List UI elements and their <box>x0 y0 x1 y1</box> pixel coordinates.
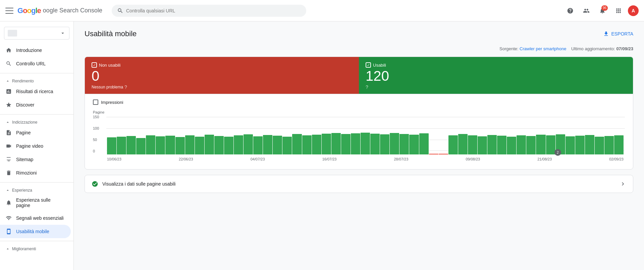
y-label: Pagine <box>93 110 104 114</box>
search-sidebar-icon <box>5 60 12 67</box>
source-label: Sorgente: <box>499 46 518 51</box>
stats-cards: Non usabili 0 Nessun problema ? Usabili … <box>85 57 633 94</box>
help-button[interactable] <box>564 4 577 17</box>
chart-container: Impressioni Pagine 150 100 50 0 <box>85 94 633 170</box>
stat-header: Non usabili <box>92 62 352 68</box>
video-icon <box>5 143 12 149</box>
collapse-icon <box>5 188 10 193</box>
logo: Google oogle Search Console <box>17 6 102 15</box>
discover-icon <box>5 102 12 108</box>
divider <box>0 182 73 183</box>
non-usabili-label: Non usabili <box>99 63 120 68</box>
action-link[interactable]: Visualizza i dati sulle pagine usabili <box>85 175 633 193</box>
sidebar-section-rendimento[interactable]: Rendimento <box>0 76 73 85</box>
chart-icon <box>5 88 12 95</box>
accounts-button[interactable] <box>580 4 593 17</box>
property-box <box>8 30 17 37</box>
x-tick: 28/07/23 <box>394 157 409 161</box>
check-circle-icon <box>92 181 98 187</box>
divider <box>0 114 73 115</box>
sitemap-icon <box>5 156 12 163</box>
chevron-right-icon <box>620 181 626 187</box>
source-link[interactable]: Crawler per smartphone <box>520 46 566 51</box>
sidebar-item-esperienza-pagine[interactable]: Esperienza sulle pagine <box>0 194 71 201</box>
sidebar-item-label: Controllo URL <box>16 61 46 66</box>
apps-icon <box>615 7 622 14</box>
impressioni-checkbox[interactable] <box>93 99 98 105</box>
y-tick-0: 0 <box>93 149 95 153</box>
search-bar[interactable] <box>112 5 306 17</box>
stat-header-usabili: Usabili <box>366 62 626 68</box>
last-update-label: Ultimo aggiornamento: <box>571 46 615 51</box>
sidebar-item-controllo-url[interactable]: Controllo URL <box>0 57 71 70</box>
help-icon <box>567 7 574 14</box>
sidebar: Introduzione Controllo URL Rendimento Ri… <box>0 21 74 201</box>
sidebar-item-pagine-video[interactable]: Pagine video <box>0 139 71 153</box>
last-update-date: 07/09/23 <box>616 46 633 51</box>
help-icon-non-usabili[interactable]: ? <box>124 84 127 90</box>
chart-x-axis: 10/06/2322/06/2304/07/2316/07/2328/07/23… <box>107 157 624 161</box>
sidebar-item-label: Sitemap <box>16 157 33 162</box>
menu-icon[interactable] <box>5 7 13 15</box>
chart-bars <box>107 115 624 154</box>
notification-badge: 96 <box>601 5 608 11</box>
stat-non-usabili: Non usabili 0 Nessun problema ? <box>85 57 359 94</box>
home-icon <box>5 47 12 54</box>
section-label: Esperienza <box>12 188 32 193</box>
layout: Introduzione Controllo URL Rendimento Ri… <box>0 21 644 201</box>
sidebar-item-risultati-ricerca[interactable]: Risultati di ricerca <box>0 85 71 98</box>
sidebar-item-label: Introduzione <box>16 48 42 53</box>
remove-icon <box>5 170 12 176</box>
sidebar-section-indicizzazione[interactable]: Indicizzazione <box>0 117 73 126</box>
sidebar-item-label: Risultati di ricerca <box>16 89 53 94</box>
sidebar-item-rimozioni[interactable]: Rimozioni <box>0 166 71 180</box>
export-button[interactable]: ESPORTA <box>603 31 633 37</box>
sidebar-item-label: Pagine video <box>16 143 43 149</box>
nav-icons: 96 A <box>564 4 639 17</box>
usabili-checkbox[interactable] <box>366 62 371 68</box>
notifications-button[interactable]: 96 <box>596 4 609 17</box>
usabili-value: 120 <box>366 69 626 83</box>
search-input[interactable] <box>126 8 301 13</box>
page-title: Usabilità mobile <box>85 29 137 38</box>
sidebar-item-label: Pagine <box>16 130 31 135</box>
x-tick: 02/09/23 <box>609 157 624 161</box>
sidebar-item-introduzione[interactable]: Introduzione <box>0 44 71 57</box>
stat-usabili: Usabili 120 ? <box>359 57 633 94</box>
section-label: Indicizzazione <box>12 120 37 125</box>
collapse-icon <box>5 79 10 83</box>
export-label: ESPORTA <box>611 31 633 37</box>
pages-icon <box>5 129 12 136</box>
chart-area: Pagine 150 100 50 0 2 10/0 <box>93 110 625 164</box>
export-icon <box>603 31 609 37</box>
x-tick: 22/06/23 <box>179 157 193 161</box>
usabili-sub: ? <box>366 84 626 90</box>
non-usabili-checkbox[interactable] <box>92 62 97 68</box>
sidebar-item-label: Rimozioni <box>16 170 37 176</box>
sidebar-item-sitemap[interactable]: Sitemap <box>0 153 71 166</box>
sidebar-item-label: Discover <box>16 102 34 108</box>
usabili-label: Usabili <box>373 63 386 68</box>
sidebar-item-pagine[interactable]: Pagine <box>0 126 71 139</box>
collapse-icon <box>5 120 10 125</box>
x-tick: 09/08/23 <box>466 157 480 161</box>
avatar[interactable]: A <box>628 5 639 16</box>
non-usabili-value: 0 <box>92 69 352 83</box>
chevron-down-icon <box>60 30 66 36</box>
app-title: oogle Search Console <box>43 7 102 14</box>
divider <box>0 73 73 73</box>
apps-button[interactable] <box>612 4 625 17</box>
impressioni-label: Impressioni <box>101 100 123 105</box>
chart-legend: Impressioni <box>93 99 625 105</box>
sidebar-item-label: Esperienza sulle pagine <box>16 197 65 201</box>
x-tick: 10/06/23 <box>107 157 121 161</box>
y-tick-100: 100 <box>93 126 99 130</box>
property-selector[interactable] <box>4 27 69 40</box>
source-info: Sorgente: Crawler per smartphone Ultimo … <box>85 46 633 51</box>
main-content: Usabilità mobile ESPORTA Sorgente: Crawl… <box>74 21 644 201</box>
sidebar-section-esperienza[interactable]: Esperienza <box>0 185 73 194</box>
x-tick: 21/08/23 <box>537 157 552 161</box>
sidebar-item-discover[interactable]: Discover <box>0 98 71 112</box>
action-link-text: Visualizza i dati sulle pagine usabili <box>102 181 615 187</box>
help-icon-usabili[interactable]: ? <box>366 84 368 90</box>
